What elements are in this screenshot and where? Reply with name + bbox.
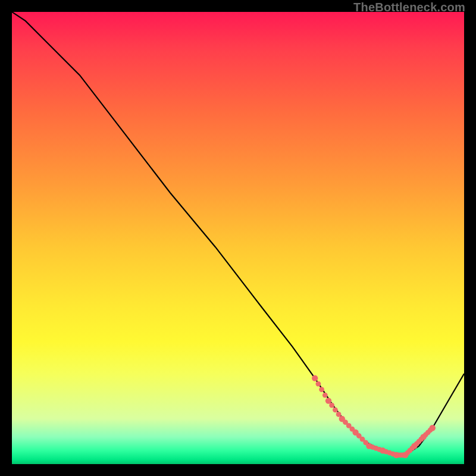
chart-frame: TheBottleneck.com bbox=[0, 0, 476, 476]
bottleneck-curve-line bbox=[12, 12, 464, 455]
sweet-spot-dot bbox=[325, 397, 331, 403]
chart-svg bbox=[12, 12, 464, 464]
sweet-spot-dot bbox=[322, 393, 328, 398]
sweet-spot-dot bbox=[316, 381, 321, 387]
watermark-label: TheBottleneck.com bbox=[353, 1, 465, 14]
sweet-spot-dot bbox=[333, 407, 338, 412]
sweet-spot-dot bbox=[312, 375, 318, 381]
sweet-spot-dot bbox=[430, 425, 436, 431]
sweet-spot-dot bbox=[329, 403, 334, 408]
bottleneck-curve-path bbox=[12, 12, 464, 455]
plot-area bbox=[12, 12, 464, 464]
sweet-spot-dot bbox=[319, 387, 324, 392]
sweet-spot-marker bbox=[312, 375, 436, 458]
sweet-spot-dot bbox=[336, 412, 342, 417]
